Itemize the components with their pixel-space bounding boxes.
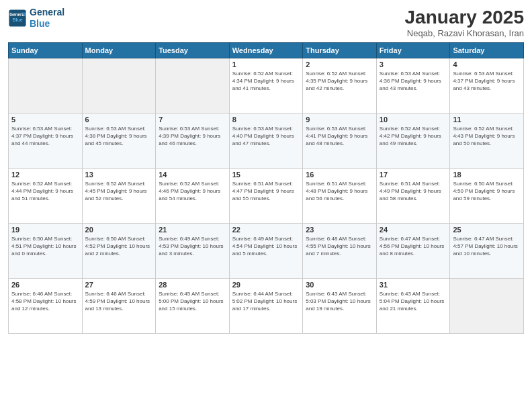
- calendar-cell: 22Sunrise: 6:49 AM Sunset: 4:54 PM Dayli…: [229, 224, 303, 279]
- calendar-cell: 2Sunrise: 6:52 AM Sunset: 4:35 PM Daylig…: [303, 58, 377, 113]
- calendar-cell: 25Sunrise: 6:47 AM Sunset: 4:57 PM Dayli…: [450, 224, 524, 279]
- day-number: 18: [453, 171, 521, 179]
- title-block: January 2025 Neqab, Razavi Khorasan, Ira…: [405, 7, 524, 38]
- day-info: Sunrise: 6:49 AM Sunset: 4:53 PM Dayligh…: [159, 235, 226, 258]
- day-number: 30: [306, 281, 373, 289]
- page: General Blue General Blue January 2025 N…: [0, 0, 532, 411]
- day-number: 31: [380, 281, 447, 289]
- calendar-cell: 30Sunrise: 6:43 AM Sunset: 5:03 PM Dayli…: [303, 279, 377, 334]
- weekday-header-row: SundayMondayTuesdayWednesdayThursdayFrid…: [9, 43, 524, 58]
- calendar-cell: 4Sunrise: 6:53 AM Sunset: 4:37 PM Daylig…: [450, 58, 524, 113]
- day-info: Sunrise: 6:43 AM Sunset: 5:04 PM Dayligh…: [380, 290, 447, 313]
- day-number: 24: [380, 226, 447, 234]
- calendar-subtitle: Neqab, Razavi Khorasan, Iran: [405, 28, 524, 38]
- day-info: Sunrise: 6:43 AM Sunset: 5:03 PM Dayligh…: [306, 290, 373, 313]
- weekday-header-friday: Friday: [376, 43, 450, 58]
- calendar-cell: 1Sunrise: 6:52 AM Sunset: 4:34 PM Daylig…: [229, 58, 303, 113]
- day-number: 6: [85, 116, 153, 124]
- day-info: Sunrise: 6:53 AM Sunset: 4:41 PM Dayligh…: [306, 125, 373, 148]
- calendar-cell: 11Sunrise: 6:52 AM Sunset: 4:43 PM Dayli…: [450, 113, 524, 169]
- calendar-week-row: 12Sunrise: 6:52 AM Sunset: 4:44 PM Dayli…: [9, 169, 524, 224]
- calendar-cell: [156, 58, 230, 113]
- day-info: Sunrise: 6:46 AM Sunset: 4:59 PM Dayligh…: [85, 290, 153, 313]
- weekday-header-wednesday: Wednesday: [229, 43, 303, 58]
- day-number: 17: [380, 171, 447, 179]
- calendar-cell: 27Sunrise: 6:46 AM Sunset: 4:59 PM Dayli…: [82, 279, 156, 334]
- day-number: 11: [453, 116, 521, 124]
- day-number: 25: [453, 226, 521, 234]
- day-number: 19: [11, 226, 79, 234]
- calendar-cell: 5Sunrise: 6:53 AM Sunset: 4:37 PM Daylig…: [9, 113, 83, 169]
- calendar-cell: 24Sunrise: 6:47 AM Sunset: 4:56 PM Dayli…: [376, 224, 450, 279]
- logo: General Blue General Blue: [8, 7, 64, 30]
- calendar-cell: 14Sunrise: 6:52 AM Sunset: 4:46 PM Dayli…: [156, 169, 230, 224]
- day-number: 21: [159, 226, 226, 234]
- calendar-title: January 2025: [405, 7, 524, 28]
- day-number: 1: [232, 60, 300, 68]
- weekday-header-monday: Monday: [82, 43, 156, 58]
- calendar-cell: 26Sunrise: 6:46 AM Sunset: 4:58 PM Dayli…: [9, 279, 83, 334]
- day-number: 16: [306, 171, 373, 179]
- day-info: Sunrise: 6:53 AM Sunset: 4:37 PM Dayligh…: [453, 70, 521, 93]
- calendar-week-row: 19Sunrise: 6:50 AM Sunset: 4:51 PM Dayli…: [9, 224, 524, 279]
- day-number: 15: [232, 171, 300, 179]
- calendar-week-row: 1Sunrise: 6:52 AM Sunset: 4:34 PM Daylig…: [9, 58, 524, 113]
- calendar-cell: [9, 58, 83, 113]
- day-info: Sunrise: 6:47 AM Sunset: 4:57 PM Dayligh…: [453, 235, 521, 258]
- calendar-cell: 12Sunrise: 6:52 AM Sunset: 4:44 PM Dayli…: [9, 169, 83, 224]
- calendar-cell: 13Sunrise: 6:52 AM Sunset: 4:45 PM Dayli…: [82, 169, 156, 224]
- day-info: Sunrise: 6:53 AM Sunset: 4:37 PM Dayligh…: [11, 125, 79, 148]
- day-info: Sunrise: 6:52 AM Sunset: 4:45 PM Dayligh…: [85, 180, 153, 203]
- calendar-cell: 3Sunrise: 6:53 AM Sunset: 4:36 PM Daylig…: [376, 58, 450, 113]
- day-info: Sunrise: 6:50 AM Sunset: 4:52 PM Dayligh…: [85, 235, 153, 258]
- calendar-cell: 10Sunrise: 6:52 AM Sunset: 4:42 PM Dayli…: [376, 113, 450, 169]
- day-info: Sunrise: 6:51 AM Sunset: 4:48 PM Dayligh…: [306, 180, 373, 203]
- day-info: Sunrise: 6:51 AM Sunset: 4:49 PM Dayligh…: [380, 180, 447, 203]
- day-number: 13: [85, 171, 153, 179]
- calendar-table: SundayMondayTuesdayWednesdayThursdayFrid…: [8, 42, 524, 334]
- calendar-cell: 9Sunrise: 6:53 AM Sunset: 4:41 PM Daylig…: [303, 113, 377, 169]
- day-info: Sunrise: 6:52 AM Sunset: 4:34 PM Dayligh…: [232, 70, 300, 93]
- day-info: Sunrise: 6:52 AM Sunset: 4:43 PM Dayligh…: [453, 125, 521, 148]
- calendar-cell: 15Sunrise: 6:51 AM Sunset: 4:47 PM Dayli…: [229, 169, 303, 224]
- calendar-week-row: 26Sunrise: 6:46 AM Sunset: 4:58 PM Dayli…: [9, 279, 524, 334]
- day-info: Sunrise: 6:50 AM Sunset: 4:50 PM Dayligh…: [453, 180, 521, 203]
- calendar-cell: 20Sunrise: 6:50 AM Sunset: 4:52 PM Dayli…: [82, 224, 156, 279]
- calendar-cell: 23Sunrise: 6:48 AM Sunset: 4:55 PM Dayli…: [303, 224, 377, 279]
- header: General Blue General Blue January 2025 N…: [8, 7, 524, 38]
- day-number: 22: [232, 226, 300, 234]
- weekday-header-tuesday: Tuesday: [156, 43, 230, 58]
- day-info: Sunrise: 6:52 AM Sunset: 4:35 PM Dayligh…: [306, 70, 373, 93]
- day-number: 27: [85, 281, 153, 289]
- calendar-cell: 18Sunrise: 6:50 AM Sunset: 4:50 PM Dayli…: [450, 169, 524, 224]
- calendar-cell: 28Sunrise: 6:45 AM Sunset: 5:00 PM Dayli…: [156, 279, 230, 334]
- day-info: Sunrise: 6:53 AM Sunset: 4:40 PM Dayligh…: [232, 125, 300, 148]
- day-info: Sunrise: 6:44 AM Sunset: 5:02 PM Dayligh…: [232, 290, 300, 313]
- day-number: 5: [11, 116, 79, 124]
- day-number: 28: [159, 281, 226, 289]
- calendar-cell: [450, 279, 524, 334]
- day-number: 10: [380, 116, 447, 124]
- day-info: Sunrise: 6:47 AM Sunset: 4:56 PM Dayligh…: [380, 235, 447, 258]
- day-info: Sunrise: 6:52 AM Sunset: 4:42 PM Dayligh…: [380, 125, 447, 148]
- svg-text:Blue: Blue: [12, 17, 22, 22]
- logo-text-general: General: [30, 7, 64, 18]
- calendar-cell: 31Sunrise: 6:43 AM Sunset: 5:04 PM Dayli…: [376, 279, 450, 334]
- day-info: Sunrise: 6:51 AM Sunset: 4:47 PM Dayligh…: [232, 180, 300, 203]
- day-info: Sunrise: 6:49 AM Sunset: 4:54 PM Dayligh…: [232, 235, 300, 258]
- day-info: Sunrise: 6:53 AM Sunset: 4:36 PM Dayligh…: [380, 70, 447, 93]
- calendar-cell: 17Sunrise: 6:51 AM Sunset: 4:49 PM Dayli…: [376, 169, 450, 224]
- day-number: 3: [380, 60, 447, 68]
- logo-icon: General Blue: [8, 9, 27, 28]
- day-number: 23: [306, 226, 373, 234]
- day-number: 12: [11, 171, 79, 179]
- day-number: 4: [453, 60, 521, 68]
- calendar-cell: 19Sunrise: 6:50 AM Sunset: 4:51 PM Dayli…: [9, 224, 83, 279]
- calendar-cell: 29Sunrise: 6:44 AM Sunset: 5:02 PM Dayli…: [229, 279, 303, 334]
- calendar-cell: 7Sunrise: 6:53 AM Sunset: 4:39 PM Daylig…: [156, 113, 230, 169]
- weekday-header-saturday: Saturday: [450, 43, 524, 58]
- calendar-cell: 8Sunrise: 6:53 AM Sunset: 4:40 PM Daylig…: [229, 113, 303, 169]
- calendar-cell: 16Sunrise: 6:51 AM Sunset: 4:48 PM Dayli…: [303, 169, 377, 224]
- day-info: Sunrise: 6:52 AM Sunset: 4:44 PM Dayligh…: [11, 180, 79, 203]
- day-info: Sunrise: 6:53 AM Sunset: 4:39 PM Dayligh…: [159, 125, 226, 148]
